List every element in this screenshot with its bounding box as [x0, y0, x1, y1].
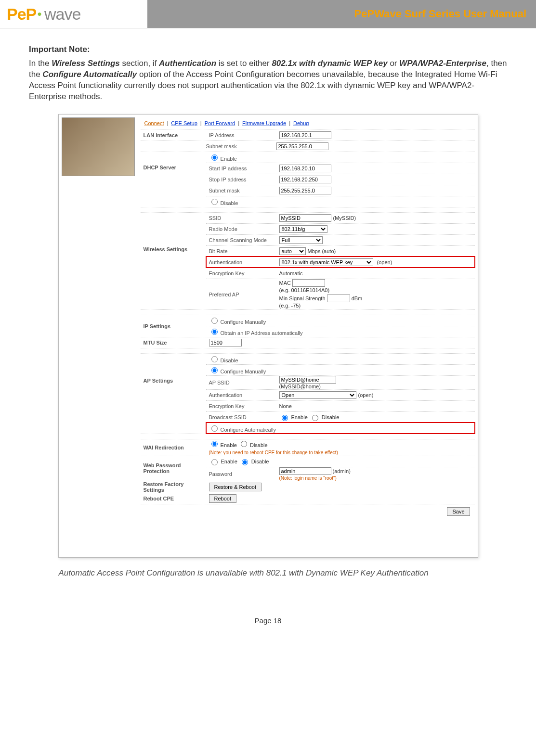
- label-ap-enc: Encryption Key: [206, 403, 276, 409]
- auth-select[interactable]: 802.1x with dynamic WEP key: [279, 258, 373, 266]
- label-mac: MAC: [279, 280, 291, 286]
- note-text: or: [388, 59, 400, 68]
- note-text: In the: [29, 59, 52, 68]
- note-emph: Configure Automatically: [42, 70, 137, 79]
- cpe-setup-screenshot: Connect | CPE Setup | Port Forward | Fir…: [58, 114, 478, 558]
- label-disable: Disable: [221, 200, 238, 206]
- label-ap-ssid: AP SSID: [206, 380, 276, 385]
- nav-debug[interactable]: Debug: [293, 120, 309, 126]
- min-sig-input[interactable]: [327, 295, 350, 302]
- dhcp-disable-radio[interactable]: [211, 199, 218, 205]
- label-ap-manual: Configure Manually: [221, 369, 266, 374]
- chscan-select[interactable]: Full: [279, 236, 323, 244]
- wai-note: (Note: you need to reboot CPE for this c…: [209, 450, 338, 455]
- figure-caption: Automatic Access Point Configuration is …: [59, 568, 478, 578]
- dhcp-enable-radio[interactable]: [211, 154, 218, 161]
- nav-sep: |: [238, 120, 239, 126]
- logo: PeP● wave: [0, 0, 147, 28]
- label-bcast: Broadcast SSID: [206, 414, 276, 420]
- label-enable: Enable: [221, 156, 237, 162]
- reboot-button[interactable]: Reboot: [209, 494, 236, 503]
- section-lan: LAN Interface: [141, 132, 206, 138]
- login-note: (Note: login name is "root"): [279, 475, 337, 481]
- mac-input[interactable]: [292, 279, 325, 287]
- lan-subnet-input[interactable]: [276, 142, 328, 150]
- label-wai-disable: Disable: [250, 442, 268, 448]
- dhcp-subnet-input[interactable]: [279, 187, 331, 194]
- label-chscan: Channel Scanning Mode: [206, 237, 276, 243]
- important-note-body: In the Wireless Settings section, if Aut…: [29, 58, 507, 103]
- label-ip-address: IP Address: [206, 132, 276, 138]
- ap-ssid-input[interactable]: [279, 376, 336, 384]
- restore-reboot-button[interactable]: Restore & Reboot: [209, 483, 261, 491]
- label-stop-ip: Stop IP address: [206, 177, 276, 182]
- radio-mode-select[interactable]: 802.11b/g: [279, 225, 327, 233]
- nav-firmware[interactable]: Firmware Upgrade: [242, 120, 286, 126]
- save-button[interactable]: Save: [447, 507, 470, 516]
- nav-cpe-setup[interactable]: CPE Setup: [171, 120, 197, 126]
- web-enable-radio[interactable]: [211, 459, 218, 465]
- section-ip: IP Settings: [141, 323, 206, 329]
- label-bcast-disable: Disable: [322, 414, 340, 420]
- dhcp-stop-input[interactable]: [279, 176, 331, 183]
- bcast-enable-radio[interactable]: [282, 415, 288, 421]
- ap-auth-hint: (open): [358, 392, 374, 398]
- section-dhcp: DHCP Server: [141, 152, 206, 170]
- logo-dot-icon: ●: [37, 10, 41, 18]
- section-wai: WAI Redirection: [141, 445, 206, 450]
- wai-enable-radio[interactable]: [211, 441, 218, 447]
- enc-value: Automatic: [276, 270, 475, 276]
- label-bcast-enable: Enable: [291, 414, 308, 420]
- nav-sep: |: [167, 120, 168, 126]
- label-ap-auth: Authentication: [206, 392, 276, 398]
- section-restore: Restore Factory Settings: [141, 481, 206, 493]
- label-ssid: SSID: [206, 215, 276, 221]
- dhcp-start-input[interactable]: [279, 165, 331, 172]
- label-conf-manual: Configure Manually: [221, 319, 266, 325]
- settings-table: LAN Interface IP Address Subnet mask DHC…: [141, 130, 475, 521]
- section-reboot: Reboot CPE: [141, 496, 206, 501]
- pw-hint: (admin): [333, 468, 351, 474]
- ap-manual-radio[interactable]: [211, 367, 218, 373]
- note-text: section, if: [120, 59, 159, 68]
- label-password: Password: [206, 471, 276, 477]
- bitrate-select[interactable]: auto: [279, 247, 306, 255]
- label-web-enable: Enable: [221, 459, 237, 464]
- section-mtu: MTU Size: [141, 340, 206, 346]
- ap-disable-radio[interactable]: [211, 356, 218, 362]
- ap-ssid-hint: (MySSID@home): [279, 384, 321, 389]
- ip-auto-radio[interactable]: [211, 329, 218, 335]
- section-wireless: Wireless Settings: [141, 213, 206, 252]
- label-web-disable: Disable: [251, 459, 269, 464]
- important-note-heading: Important Note:: [29, 45, 507, 54]
- nav-connect[interactable]: Connect: [144, 120, 164, 126]
- label-ap-disable: Disable: [221, 358, 238, 363]
- header-title: PePWave Surf Series User Manual: [147, 0, 536, 28]
- label-bitrate: Bit Rate: [206, 248, 276, 254]
- wai-disable-radio[interactable]: [241, 441, 247, 447]
- bitrate-hint: Mbps (auto): [308, 248, 336, 254]
- label-auth: Authentication: [206, 259, 276, 265]
- label-min-sig: Min Signal Strength: [279, 295, 326, 301]
- ap-auto-radio[interactable]: [211, 425, 218, 432]
- note-emph: 802.1x with dynamic WEP key: [272, 59, 387, 68]
- nav-port-forward[interactable]: Port Forward: [205, 120, 235, 126]
- logo-pep-text: PeP: [7, 5, 36, 24]
- lan-ip-input[interactable]: [279, 131, 331, 139]
- password-input[interactable]: [279, 467, 331, 475]
- ssid-input[interactable]: [279, 214, 331, 222]
- section-web: Web Password Protection: [141, 462, 206, 474]
- ip-manual-radio[interactable]: [211, 318, 218, 324]
- label-dbm: dBm: [352, 295, 363, 301]
- nav-sep: |: [200, 120, 202, 126]
- bcast-disable-radio[interactable]: [312, 415, 318, 421]
- ssid-hint: (MySSID): [333, 215, 356, 221]
- section-ap: AP Settings: [141, 354, 206, 384]
- auth-hint: (open): [377, 259, 392, 265]
- web-disable-radio[interactable]: [242, 459, 248, 465]
- mtu-input[interactable]: [209, 339, 242, 346]
- top-nav: Connect | CPE Setup | Port Forward | Fir…: [141, 117, 475, 129]
- ap-auth-select[interactable]: Open: [279, 391, 356, 399]
- note-emph: Wireless Settings: [52, 59, 120, 68]
- note-emph: Authentication: [159, 59, 216, 68]
